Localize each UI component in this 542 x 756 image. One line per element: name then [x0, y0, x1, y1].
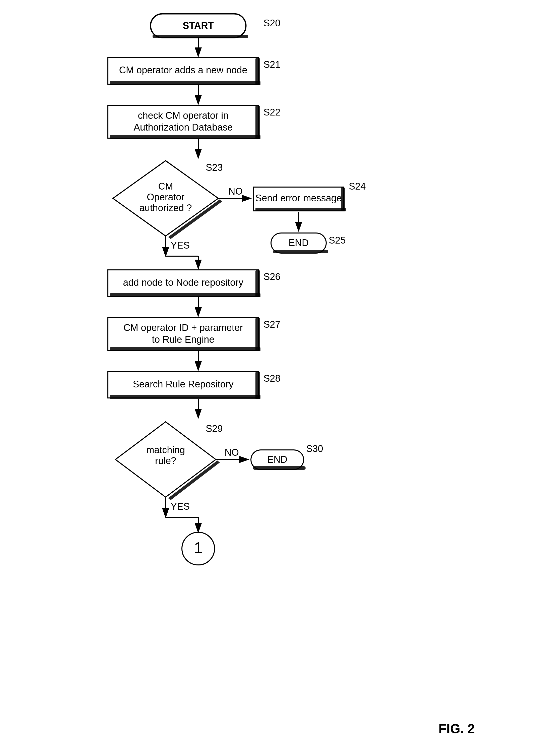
flowchart-diagram: S20 START S21 CM operator adds a new nod…	[0, 0, 542, 756]
start-label: START	[183, 20, 214, 31]
s22-text2: Authorization Database	[134, 122, 233, 133]
step-s29-label: S29	[206, 423, 223, 434]
no-label-s23: NO	[228, 186, 243, 197]
s27-text2: to Rule Engine	[152, 334, 214, 345]
step-s24-label: S24	[349, 181, 366, 192]
end2-text: END	[267, 454, 287, 465]
s29-text1: matching	[146, 445, 185, 455]
s22-shadow-right	[256, 106, 260, 139]
s21-shadow-right	[256, 58, 260, 85]
start-shadow	[153, 35, 248, 38]
step-s30-label: S30	[306, 443, 323, 454]
end2-shadow	[253, 466, 305, 470]
s28-shadow-bottom	[110, 395, 261, 399]
s29-text2: rule?	[155, 455, 177, 466]
s22-shadow-bottom	[110, 135, 261, 139]
s27-shadow-bottom	[110, 347, 261, 351]
s28-shadow-right	[256, 372, 260, 399]
s23-text2: Operator	[147, 192, 185, 202]
s23-text3: authorized ?	[139, 203, 192, 213]
no-label-s29: NO	[225, 447, 239, 458]
figure-label: FIG. 2	[439, 721, 475, 736]
step-s27-label: S27	[264, 319, 280, 330]
s24-text: Send error message	[256, 193, 342, 203]
s26-shadow-bottom	[110, 293, 261, 297]
s26-shadow-right	[256, 270, 260, 297]
s23-text1: CM	[158, 181, 173, 192]
step-s21-label: S21	[264, 59, 280, 70]
step-s25-label: S25	[329, 235, 346, 246]
step-s23-label: S23	[206, 162, 223, 173]
end1-text: END	[288, 238, 308, 248]
s24-shadow-bottom	[256, 208, 346, 211]
s22-text1: check CM operator in	[138, 110, 228, 121]
step-s28-label: S28	[264, 373, 280, 384]
step-s22-label: S22	[264, 107, 280, 118]
s27-text1: CM operator ID + parameter	[124, 322, 243, 333]
end1-shadow	[273, 250, 328, 253]
s28-text: Search Rule Repository	[133, 379, 234, 389]
s21-shadow-bottom	[110, 81, 261, 85]
yes-label-s23: YES	[171, 240, 190, 251]
yes-label-s29: YES	[171, 501, 190, 512]
s27-shadow-right	[256, 318, 260, 351]
connector1-label: 1	[194, 539, 203, 556]
s26-text: add node to Node repository	[123, 277, 244, 288]
s21-text: CM operator adds a new node	[119, 65, 247, 75]
step-s26-label: S26	[264, 271, 280, 282]
step-s20-label: S20	[264, 18, 280, 28]
